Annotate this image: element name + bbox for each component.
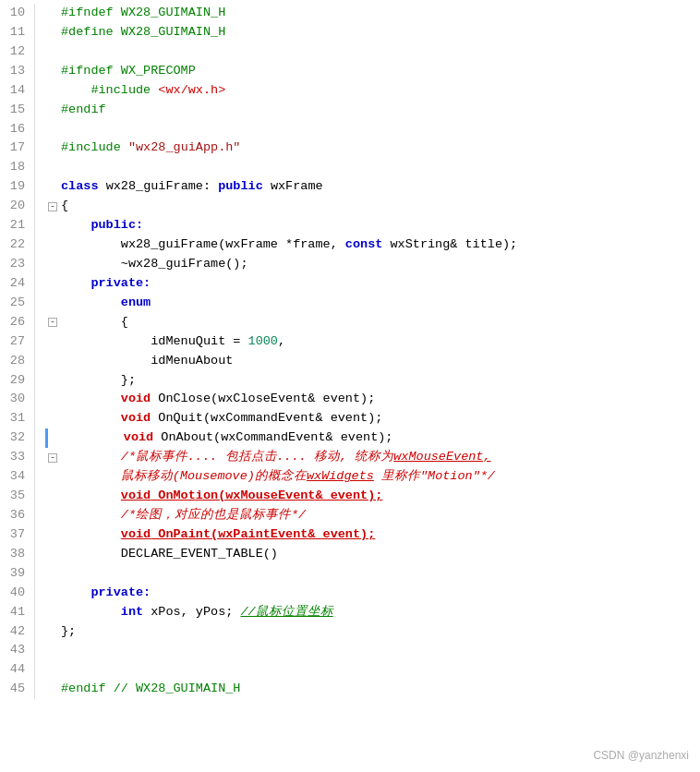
code-text: void OnAbout(wxCommandEvent& event); [64, 428, 392, 448]
line-number: 29 [4, 371, 25, 391]
fold-col[interactable]: - [46, 202, 59, 211]
code-text: #include <wx/wx.h> [61, 81, 225, 101]
code-text: DECLARE_EVENT_TABLE() [61, 545, 278, 564]
line-number: 39 [4, 564, 25, 584]
code-line: void OnQuit(wxCommandEvent& event); [46, 409, 700, 428]
line-number: 26 [4, 313, 25, 332]
fold-box[interactable]: - [48, 318, 57, 327]
code-text: class wx28_guiFrame: public wxFrame [61, 177, 323, 197]
code-line: - /*鼠标事件.... 包括点击.... 移动, 统称为wxMouseEven… [46, 448, 700, 467]
code-line: idMenuQuit = 1000, [46, 332, 700, 352]
line-number: 40 [4, 584, 25, 603]
code-text: wx28_guiFrame(wxFrame *frame, const wxSt… [61, 235, 517, 255]
code-text: }; [61, 371, 136, 391]
code-line [46, 660, 700, 680]
code-text: /*绘图，对应的也是鼠标事件*/ [61, 506, 306, 525]
line-number: 30 [4, 390, 25, 409]
code-line: public: [46, 216, 700, 235]
line-number: 10 [4, 4, 25, 23]
code-line: }; [46, 371, 700, 391]
code-text: idMenuAbout [61, 352, 233, 371]
code-text: 鼠标移动(Mousemove)的概念在wxWidgets 里称作"Motion"… [61, 467, 495, 487]
line-number: 14 [4, 81, 25, 101]
line-number: 11 [4, 23, 25, 42]
code-text [61, 120, 68, 139]
code-line [46, 120, 700, 139]
code-line: void OnAbout(wxCommandEvent& event); [45, 428, 700, 448]
line-number: 34 [4, 467, 25, 487]
code-line: 鼠标移动(Mousemove)的概念在wxWidgets 里称作"Motion"… [46, 467, 700, 487]
line-number: 19 [4, 177, 25, 197]
code-text: #define WX28_GUIMAIN_H [61, 23, 225, 42]
line-number: 22 [4, 235, 25, 255]
code-editor: 1011121314151617181920212223242526272829… [0, 0, 700, 703]
line-number: 43 [4, 641, 25, 660]
fold-box[interactable]: - [48, 453, 57, 463]
line-number: 36 [4, 506, 25, 525]
code-text [61, 660, 68, 680]
code-text: enum [61, 294, 151, 313]
code-text [61, 641, 68, 660]
code-line: void OnMotion(wxMouseEvent& event); [46, 487, 700, 506]
line-number: 20 [4, 197, 25, 216]
line-numbers: 1011121314151617181920212223242526272829… [0, 4, 35, 699]
code-line: private: [46, 584, 700, 603]
code-line: #define WX28_GUIMAIN_H [46, 23, 700, 42]
code-line: }; [46, 622, 700, 642]
code-line: void OnPaint(wxPaintEvent& event); [46, 525, 700, 545]
code-text: #include "wx28_guiApp.h" [61, 139, 240, 158]
line-number: 31 [4, 409, 25, 428]
code-text: /*鼠标事件.... 包括点击.... 移动, 统称为wxMouseEvent, [61, 448, 491, 467]
code-line: /*绘图，对应的也是鼠标事件*/ [46, 506, 700, 525]
code-text: void OnQuit(wxCommandEvent& event); [61, 409, 382, 428]
line-number: 16 [4, 120, 25, 139]
code-line [46, 158, 700, 177]
fold-col[interactable]: - [46, 318, 59, 327]
code-line: #include "wx28_guiApp.h" [46, 139, 700, 158]
code-line: class wx28_guiFrame: public wxFrame [46, 177, 700, 197]
code-text: int xPos, yPos; //鼠标位置坐标 [61, 603, 333, 622]
fold-box[interactable]: - [48, 202, 57, 211]
code-text: { [61, 313, 128, 332]
code-line: wx28_guiFrame(wxFrame *frame, const wxSt… [46, 235, 700, 255]
fold-col[interactable]: - [46, 453, 59, 463]
code-text [61, 158, 68, 177]
line-number: 28 [4, 352, 25, 371]
code-line: #endif [46, 101, 700, 120]
line-number: 32 [4, 428, 25, 448]
code-line: - { [46, 313, 700, 332]
code-line: enum [46, 294, 700, 313]
code-line [46, 564, 700, 584]
line-number: 42 [4, 622, 25, 642]
line-number: 27 [4, 332, 25, 352]
line-number: 23 [4, 255, 25, 274]
code-text: private: [61, 274, 151, 294]
code-line: -{ [46, 197, 700, 216]
code-text [61, 42, 68, 62]
code-text: ~wx28_guiFrame(); [61, 255, 248, 274]
code-text: #endif // WX28_GUIMAIN_H [61, 680, 240, 699]
code-line: #ifndef WX_PRECOMP [46, 62, 700, 81]
code-text: void OnClose(wxCloseEvent& event); [61, 390, 375, 409]
line-number: 24 [4, 274, 25, 294]
code-line [46, 641, 700, 660]
line-number: 41 [4, 603, 25, 622]
line-number: 25 [4, 294, 25, 313]
code-text: private: [61, 584, 151, 603]
watermark: CSDN @yanzhenxi [593, 747, 689, 765]
code-line: DECLARE_EVENT_TABLE() [46, 545, 700, 564]
code-line: #include <wx/wx.h> [46, 81, 700, 101]
code-line: int xPos, yPos; //鼠标位置坐标 [46, 603, 700, 622]
code-line: ~wx28_guiFrame(); [46, 255, 700, 274]
code-text: public: [61, 216, 143, 235]
line-number: 15 [4, 101, 25, 120]
code-text: idMenuQuit = 1000, [61, 332, 285, 352]
code-text [61, 564, 68, 584]
code-text: void OnMotion(wxMouseEvent& event); [61, 487, 382, 506]
code-line: private: [46, 274, 700, 294]
line-number: 17 [4, 139, 25, 158]
code-text: #ifndef WX28_GUIMAIN_H [61, 4, 225, 23]
code-text: { [61, 197, 68, 216]
code-text: }; [61, 622, 76, 642]
code-line: #ifndef WX28_GUIMAIN_H [46, 4, 700, 23]
